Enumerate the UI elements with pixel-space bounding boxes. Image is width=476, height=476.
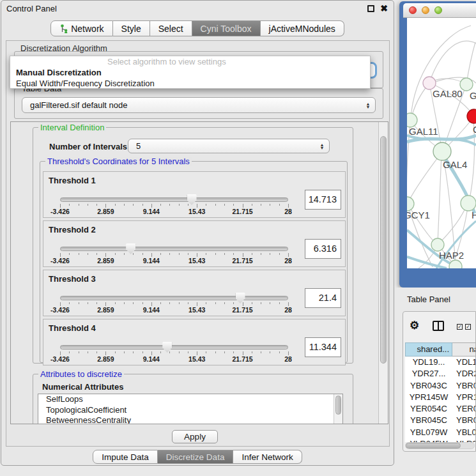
slider-thumb[interactable] bbox=[236, 293, 245, 303]
columns-icon[interactable] bbox=[433, 321, 444, 331]
threshold-slider[interactable]: -3.4262.8599.14415.4321.71528 bbox=[60, 270, 288, 317]
attributes-group-label: Attributes to discretize bbox=[38, 369, 124, 379]
bottom-tab-discretize-data[interactable]: Discretize Data bbox=[158, 450, 234, 464]
slider-tick bbox=[252, 253, 252, 255]
table-row[interactable]: YER054CYER0 bbox=[405, 403, 476, 415]
table-data-combobox[interactable]: galFiltered.sif default node ▲▼ bbox=[22, 97, 376, 113]
table-row[interactable]: YBL079WYBL0 bbox=[405, 427, 476, 438]
slider-tick bbox=[279, 351, 280, 353]
threshold-panel: Threshold 4-3.4262.8599.14415.4321.71528… bbox=[43, 319, 346, 365]
table-hscrollbar[interactable] bbox=[405, 442, 475, 449]
dropdown-placeholder-item[interactable]: Select algorithm to view settings bbox=[10, 56, 370, 67]
float-window-icon[interactable] bbox=[367, 5, 374, 12]
tab-network[interactable]: Network bbox=[50, 20, 112, 36]
slider-tick bbox=[88, 253, 88, 255]
tab-cyni-toolbox[interactable]: Cyni Toolbox bbox=[192, 20, 261, 36]
slider-tick bbox=[261, 351, 261, 353]
control-panel-titlebar: Control Panel ✖ bbox=[1, 1, 394, 16]
network-edge[interactable] bbox=[408, 153, 441, 203]
mac-close-icon[interactable] bbox=[409, 6, 417, 14]
network-edge[interactable] bbox=[438, 153, 441, 243]
slider-track[interactable] bbox=[60, 197, 288, 202]
bottom-tab-impute-data[interactable]: Impute Data bbox=[93, 450, 158, 464]
threshold-value-field[interactable]: 14.713 bbox=[305, 190, 341, 210]
cell-name: YPR1 bbox=[452, 392, 476, 403]
network-node[interactable] bbox=[433, 142, 451, 160]
close-icon[interactable]: ✖ bbox=[380, 3, 388, 13]
settings-scrollbar[interactable] bbox=[378, 122, 388, 424]
network-view-window: GAL80GCGAL11GAL4GCY1HHAP2 bbox=[399, 1, 476, 288]
checkbox-icon[interactable]: ✓ bbox=[457, 324, 463, 330]
cell-shared-name: YBL079W bbox=[405, 427, 452, 438]
network-edge[interactable] bbox=[466, 42, 475, 84]
cell-name: YBR0 bbox=[452, 415, 476, 426]
axis-tick-label: 21.715 bbox=[233, 208, 253, 215]
network-edge[interactable] bbox=[429, 41, 476, 82]
number-of-intervals-label: Number of Intervals bbox=[49, 142, 127, 151]
network-node[interactable] bbox=[467, 109, 476, 123]
table-row[interactable]: YDR27...YDR2 bbox=[405, 368, 476, 380]
attribute-list-item[interactable]: BetweennessCentrality bbox=[38, 415, 342, 424]
threshold-slider[interactable]: -3.4262.8599.14415.4321.71528 bbox=[60, 172, 288, 219]
list-scrollbar-thumb[interactable] bbox=[335, 395, 341, 415]
tab-select[interactable]: Select bbox=[150, 20, 192, 36]
network-node[interactable] bbox=[461, 196, 476, 211]
table-row[interactable]: YPR145WYPR1 bbox=[405, 392, 476, 403]
slider-track[interactable] bbox=[60, 247, 288, 251]
slider-track[interactable] bbox=[60, 345, 288, 349]
threshold-slider[interactable]: -3.4262.8599.14415.4321.71528 bbox=[60, 319, 288, 366]
network-node[interactable] bbox=[423, 77, 436, 89]
attribute-list-item[interactable]: SelfLoops bbox=[38, 394, 342, 405]
slider-tick bbox=[224, 253, 225, 255]
slider-tick bbox=[206, 253, 206, 255]
bottom-tab-infer-network[interactable]: Infer Network bbox=[233, 450, 302, 464]
attribute-list-item[interactable]: TopologicalCoefficient bbox=[38, 405, 342, 416]
axis-tick-label: -3.426 bbox=[50, 355, 70, 363]
tab-jactivemnodules[interactable]: jActiveMNodules bbox=[261, 20, 344, 36]
cyni-toolbox-content: Discretization Algorithm Select algorith… bbox=[6, 40, 390, 447]
column-header-shared-name[interactable]: shared... bbox=[405, 342, 452, 357]
mac-minimize-icon[interactable] bbox=[422, 6, 429, 14]
slider-thumb[interactable] bbox=[126, 243, 135, 254]
threshold-value-field[interactable]: 6.316 bbox=[305, 239, 341, 259]
network-edge[interactable] bbox=[411, 26, 471, 119]
network-node[interactable] bbox=[460, 78, 473, 91]
cell-shared-name: YDR27... bbox=[405, 368, 452, 380]
slider-tick bbox=[279, 204, 280, 206]
numerical-attributes-list[interactable]: SelfLoopsTopologicalCoefficientBetweenne… bbox=[38, 394, 343, 424]
checkbox-icon[interactable]: ✓ bbox=[465, 324, 471, 330]
gear-icon[interactable]: ⚙ bbox=[410, 319, 419, 332]
number-of-intervals-combobox[interactable]: 5 ▲▼ bbox=[128, 139, 330, 153]
settings-scrollbar-thumb[interactable] bbox=[380, 136, 387, 364]
table-row[interactable]: YDL19...YDL1 bbox=[405, 357, 476, 368]
network-canvas[interactable]: GAL80GCGAL11GAL4GCY1HHAP2 bbox=[407, 18, 476, 268]
network-node[interactable] bbox=[407, 197, 414, 211]
mac-zoom-icon[interactable] bbox=[434, 6, 442, 14]
panel-tab-bar: NetworkStyleSelectCyni ToolboxjActiveMNo… bbox=[1, 20, 394, 36]
threshold-panel: Threshold 2-3.4262.8599.14415.4321.71528… bbox=[43, 220, 346, 267]
slider-thumb[interactable] bbox=[162, 342, 172, 353]
apply-button[interactable]: Apply bbox=[172, 430, 218, 443]
dropdown-option[interactable]: Manual Discretization bbox=[10, 67, 370, 78]
threshold-value-field[interactable]: 21.4 bbox=[305, 288, 341, 308]
network-node-label: GAL4 bbox=[443, 159, 467, 170]
column-header-name[interactable]: na bbox=[452, 342, 476, 357]
table-hscrollbar-thumb[interactable] bbox=[406, 443, 461, 449]
table-row[interactable]: YBR045CYBR0 bbox=[405, 415, 476, 426]
network-node[interactable] bbox=[431, 238, 444, 251]
threshold-value-field[interactable]: 11.344 bbox=[305, 337, 341, 357]
node-table[interactable]: shared... na YDL19...YDL1YDR27...YDR2YBR… bbox=[405, 342, 476, 442]
axis-tick-label: 15.43 bbox=[188, 208, 205, 215]
interval-definition-group: Interval Definition Number of Intervals … bbox=[33, 127, 353, 364]
axis-tick-label: 2.859 bbox=[97, 208, 114, 215]
network-node[interactable] bbox=[407, 113, 417, 127]
tab-style[interactable]: Style bbox=[113, 20, 150, 36]
table-row[interactable]: YBR043CYBR0 bbox=[405, 380, 476, 392]
dropdown-option[interactable]: Equal Width/Frequency Discretization bbox=[10, 78, 370, 89]
slider-track[interactable] bbox=[60, 296, 288, 300]
slider-tick bbox=[179, 302, 180, 304]
network-node-label: H bbox=[472, 210, 476, 220]
list-scrollbar[interactable] bbox=[334, 394, 342, 424]
axis-tick-label: 2.859 bbox=[97, 257, 114, 265]
threshold-slider[interactable]: -3.4262.8599.14415.4321.71528 bbox=[60, 221, 288, 268]
